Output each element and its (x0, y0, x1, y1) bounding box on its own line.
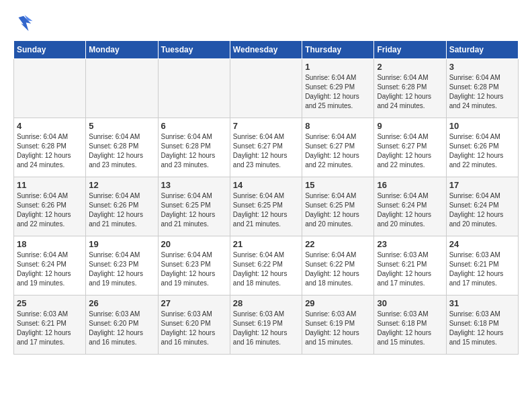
weekday-header-friday: Friday (374, 41, 446, 59)
day-number: 18 (17, 239, 83, 249)
calendar-cell: 6Sunrise: 6:04 AMSunset: 6:28 PMDaylight… (158, 118, 230, 177)
day-number: 6 (161, 121, 227, 131)
svg-marker-0 (19, 16, 32, 32)
calendar-cell: 17Sunrise: 6:04 AMSunset: 6:24 PMDayligh… (446, 177, 518, 236)
day-info: Sunrise: 6:03 AMSunset: 6:21 PMDaylight:… (449, 250, 515, 288)
day-number: 20 (161, 239, 227, 249)
day-number: 19 (89, 239, 154, 249)
calendar-cell: 2Sunrise: 6:04 AMSunset: 6:28 PMDaylight… (374, 59, 446, 118)
calendar-cell: 15Sunrise: 6:04 AMSunset: 6:25 PMDayligh… (302, 177, 374, 236)
day-number: 31 (449, 298, 515, 308)
calendar-cell: 5Sunrise: 6:04 AMSunset: 6:28 PMDaylight… (86, 118, 158, 177)
day-info: Sunrise: 6:03 AMSunset: 6:19 PMDaylight:… (305, 310, 371, 347)
calendar-cell: 24Sunrise: 6:03 AMSunset: 6:21 PMDayligh… (446, 236, 518, 295)
day-info: Sunrise: 6:03 AMSunset: 6:20 PMDaylight:… (161, 310, 227, 347)
day-number: 11 (17, 180, 83, 190)
day-number: 10 (449, 121, 515, 131)
header-row: SundayMondayTuesdayWednesdayThursdayFrid… (14, 41, 519, 59)
day-number: 2 (377, 62, 443, 72)
calendar-cell: 3Sunrise: 6:04 AMSunset: 6:28 PMDaylight… (446, 59, 518, 118)
day-info: Sunrise: 6:04 AMSunset: 6:22 PMDaylight:… (233, 250, 299, 288)
calendar-cell: 8Sunrise: 6:04 AMSunset: 6:27 PMDaylight… (302, 118, 374, 177)
day-info: Sunrise: 6:04 AMSunset: 6:25 PMDaylight:… (305, 191, 371, 229)
calendar-table: SundayMondayTuesdayWednesdayThursdayFrid… (13, 40, 519, 355)
day-info: Sunrise: 6:03 AMSunset: 6:18 PMDaylight:… (377, 310, 443, 347)
day-info: Sunrise: 6:04 AMSunset: 6:22 PMDaylight:… (305, 250, 371, 288)
week-row-3: 11Sunrise: 6:04 AMSunset: 6:26 PMDayligh… (14, 177, 519, 236)
day-info: Sunrise: 6:03 AMSunset: 6:21 PMDaylight:… (377, 250, 443, 288)
day-info: Sunrise: 6:04 AMSunset: 6:27 PMDaylight:… (377, 132, 443, 170)
weekday-header-thursday: Thursday (302, 41, 374, 59)
day-number: 30 (377, 298, 443, 308)
day-number: 26 (89, 298, 154, 308)
day-number: 25 (17, 298, 83, 308)
day-number: 1 (305, 62, 371, 72)
day-number: 23 (377, 239, 443, 249)
day-number: 12 (89, 180, 154, 190)
day-info: Sunrise: 6:04 AMSunset: 6:28 PMDaylight:… (17, 132, 83, 170)
day-info: Sunrise: 6:04 AMSunset: 6:24 PMDaylight:… (449, 191, 515, 229)
calendar-cell: 21Sunrise: 6:04 AMSunset: 6:22 PMDayligh… (230, 236, 302, 295)
day-info: Sunrise: 6:04 AMSunset: 6:28 PMDaylight:… (377, 73, 443, 111)
day-info: Sunrise: 6:04 AMSunset: 6:27 PMDaylight:… (233, 132, 299, 170)
day-number: 4 (17, 121, 83, 131)
day-number: 15 (305, 180, 371, 190)
calendar-cell (86, 59, 158, 118)
day-number: 13 (161, 180, 227, 190)
week-row-4: 18Sunrise: 6:04 AMSunset: 6:24 PMDayligh… (14, 236, 519, 295)
calendar-cell: 26Sunrise: 6:03 AMSunset: 6:20 PMDayligh… (86, 295, 158, 355)
calendar-cell: 11Sunrise: 6:04 AMSunset: 6:26 PMDayligh… (14, 177, 86, 236)
day-info: Sunrise: 6:03 AMSunset: 6:19 PMDaylight:… (233, 310, 299, 347)
weekday-header-tuesday: Tuesday (158, 41, 230, 59)
calendar-cell: 23Sunrise: 6:03 AMSunset: 6:21 PMDayligh… (374, 236, 446, 295)
calendar-cell: 18Sunrise: 6:04 AMSunset: 6:24 PMDayligh… (14, 236, 86, 295)
day-info: Sunrise: 6:04 AMSunset: 6:23 PMDaylight:… (89, 250, 154, 288)
calendar-cell: 13Sunrise: 6:04 AMSunset: 6:25 PMDayligh… (158, 177, 230, 236)
page-container: SundayMondayTuesdayWednesdayThursdayFrid… (13, 13, 519, 355)
day-number: 7 (233, 121, 299, 131)
day-info: Sunrise: 6:04 AMSunset: 6:28 PMDaylight:… (161, 132, 227, 170)
weekday-header-saturday: Saturday (446, 41, 518, 59)
week-row-1: 1Sunrise: 6:04 AMSunset: 6:29 PMDaylight… (14, 59, 519, 118)
day-number: 17 (449, 180, 515, 190)
day-number: 24 (449, 239, 515, 249)
weekday-header-wednesday: Wednesday (230, 41, 302, 59)
calendar-cell: 10Sunrise: 6:04 AMSunset: 6:26 PMDayligh… (446, 118, 518, 177)
calendar-cell: 29Sunrise: 6:03 AMSunset: 6:19 PMDayligh… (302, 295, 374, 355)
day-number: 14 (233, 180, 299, 190)
day-info: Sunrise: 6:04 AMSunset: 6:24 PMDaylight:… (377, 191, 443, 229)
day-info: Sunrise: 6:04 AMSunset: 6:25 PMDaylight:… (161, 191, 227, 229)
calendar-cell: 14Sunrise: 6:04 AMSunset: 6:25 PMDayligh… (230, 177, 302, 236)
day-number: 29 (305, 298, 371, 308)
calendar-cell: 4Sunrise: 6:04 AMSunset: 6:28 PMDaylight… (14, 118, 86, 177)
header (13, 13, 519, 34)
logo (13, 13, 36, 34)
calendar-cell: 31Sunrise: 6:03 AMSunset: 6:18 PMDayligh… (446, 295, 518, 355)
calendar-cell: 19Sunrise: 6:04 AMSunset: 6:23 PMDayligh… (86, 236, 158, 295)
week-row-5: 25Sunrise: 6:03 AMSunset: 6:21 PMDayligh… (14, 295, 519, 355)
day-info: Sunrise: 6:04 AMSunset: 6:24 PMDaylight:… (17, 250, 83, 288)
week-row-2: 4Sunrise: 6:04 AMSunset: 6:28 PMDaylight… (14, 118, 519, 177)
day-info: Sunrise: 6:04 AMSunset: 6:26 PMDaylight:… (17, 191, 83, 229)
day-info: Sunrise: 6:04 AMSunset: 6:29 PMDaylight:… (305, 73, 371, 111)
weekday-header-sunday: Sunday (14, 41, 86, 59)
day-number: 28 (233, 298, 299, 308)
day-info: Sunrise: 6:03 AMSunset: 6:21 PMDaylight:… (17, 310, 83, 347)
calendar-cell: 20Sunrise: 6:04 AMSunset: 6:23 PMDayligh… (158, 236, 230, 295)
day-info: Sunrise: 6:04 AMSunset: 6:25 PMDaylight:… (233, 191, 299, 229)
calendar-cell: 22Sunrise: 6:04 AMSunset: 6:22 PMDayligh… (302, 236, 374, 295)
logo-icon (13, 13, 34, 34)
calendar-cell: 16Sunrise: 6:04 AMSunset: 6:24 PMDayligh… (374, 177, 446, 236)
day-number: 3 (449, 62, 515, 72)
day-info: Sunrise: 6:04 AMSunset: 6:28 PMDaylight:… (449, 73, 515, 111)
calendar-cell: 27Sunrise: 6:03 AMSunset: 6:20 PMDayligh… (158, 295, 230, 355)
calendar-cell (230, 59, 302, 118)
calendar-cell: 12Sunrise: 6:04 AMSunset: 6:26 PMDayligh… (86, 177, 158, 236)
calendar-cell (14, 59, 86, 118)
day-info: Sunrise: 6:04 AMSunset: 6:26 PMDaylight:… (449, 132, 515, 170)
calendar-cell (158, 59, 230, 118)
day-number: 5 (89, 121, 154, 131)
day-number: 21 (233, 239, 299, 249)
day-info: Sunrise: 6:04 AMSunset: 6:27 PMDaylight:… (305, 132, 371, 170)
day-number: 9 (377, 121, 443, 131)
